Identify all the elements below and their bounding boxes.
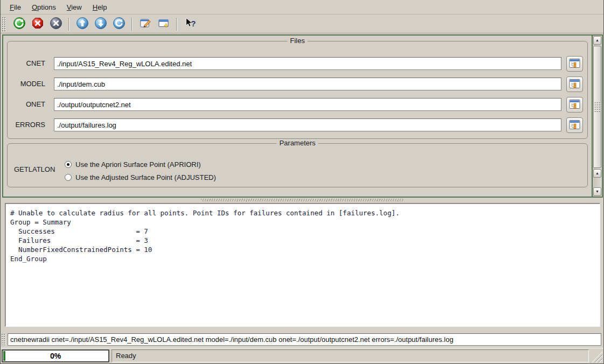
splitter-handle[interactable] xyxy=(201,199,404,201)
vertical-scrollbar[interactable]: ▲ ▲ ▼ xyxy=(592,36,602,197)
cnet-input[interactable] xyxy=(54,57,561,70)
file-browse-icon xyxy=(569,79,580,90)
model-label: MODEL xyxy=(11,77,45,91)
edit-log-button[interactable] xyxy=(138,17,152,31)
abort-icon xyxy=(50,17,63,31)
history-back-button[interactable] xyxy=(75,17,89,31)
toolbar-separator xyxy=(68,18,70,31)
stop-icon xyxy=(31,17,44,31)
file-browse-icon xyxy=(569,99,580,111)
toolbar-separator xyxy=(176,18,177,31)
errors-field-row: ERRORS xyxy=(8,118,587,133)
model-browse-button[interactable] xyxy=(566,76,583,92)
files-groupbox-title: Files xyxy=(287,37,307,45)
toolbar-drag-handle[interactable] xyxy=(2,17,6,31)
command-line-drag-handle[interactable] xyxy=(2,334,6,345)
run-button[interactable] xyxy=(12,17,26,31)
model-field-row: MODEL xyxy=(8,77,587,92)
errors-browse-button[interactable] xyxy=(566,117,583,133)
cnet-browse-button[interactable] xyxy=(566,56,583,72)
run-icon xyxy=(13,17,26,31)
whats-this-icon: ? xyxy=(184,17,197,31)
radio-label: Use the Apriori Surface Point (APRIORI) xyxy=(75,160,201,169)
progress-label: 0% xyxy=(3,351,108,361)
arrow-down-icon xyxy=(94,17,107,31)
file-browse-icon xyxy=(569,58,580,70)
radio-label: Use the Adjusted Surface Point (ADJUSTED… xyxy=(75,173,216,181)
parameters-groupbox: Parameters GETLATLON Use the Apriori Sur… xyxy=(7,143,588,187)
radio-button[interactable] xyxy=(65,174,72,181)
application-window: File Options View Help xyxy=(0,0,604,364)
triangle-down-icon: ▼ xyxy=(595,190,599,193)
new-window-button[interactable] xyxy=(157,17,170,31)
onet-field-row: ONET xyxy=(8,97,587,113)
parameters-groupbox-title: Parameters xyxy=(276,139,318,147)
status-bar: 0% Ready xyxy=(1,348,603,363)
status-text: Ready xyxy=(116,352,136,360)
stop-button[interactable] xyxy=(31,17,44,31)
menu-options[interactable]: Options xyxy=(26,1,61,13)
toolbar: ? xyxy=(1,15,603,33)
command-line-input[interactable] xyxy=(8,333,601,346)
arrow-up-icon xyxy=(76,17,89,31)
errors-label: ERRORS xyxy=(11,118,45,132)
getlatlon-option-adjusted[interactable]: Use the Adjusted Surface Point (ADJUSTED… xyxy=(65,172,216,182)
menu-bar: File Options View Help xyxy=(1,0,603,15)
resize-grip[interactable] xyxy=(592,352,602,362)
scrollbar-down-button[interactable]: ▼ xyxy=(593,187,601,196)
toolbar-separator xyxy=(131,18,133,31)
log-output-area[interactable]: # Unable to calculate radius for all poi… xyxy=(5,203,600,327)
whats-this-button[interactable]: ? xyxy=(183,17,197,31)
getlatlon-label: GETLATLON xyxy=(14,165,55,173)
history-forward-button[interactable] xyxy=(94,17,107,31)
files-groupbox: Files CNET MODEL xyxy=(7,41,588,139)
onet-label: ONET xyxy=(11,97,45,111)
radio-button[interactable] xyxy=(65,161,72,168)
onet-browse-button[interactable] xyxy=(566,97,583,113)
cnet-field-row: CNET xyxy=(8,57,587,72)
scrollbar-up-button[interactable]: ▲ xyxy=(593,36,601,45)
abort-button[interactable] xyxy=(49,17,63,31)
edit-icon xyxy=(139,17,152,31)
status-message: Ready xyxy=(112,349,589,362)
scrollbar-thumb-grip xyxy=(594,102,600,112)
triangle-up-icon: ▲ xyxy=(595,38,599,42)
triangle-up-icon: ▲ xyxy=(595,171,599,175)
reset-button[interactable] xyxy=(112,17,126,31)
model-input[interactable] xyxy=(54,78,561,90)
log-output-text: # Unable to calculate radius for all poi… xyxy=(10,208,600,263)
menu-view[interactable]: View xyxy=(61,1,87,13)
progress-bar: 0% xyxy=(2,349,109,362)
onet-input[interactable] xyxy=(54,98,561,111)
parameter-scroll-area: Files CNET MODEL xyxy=(2,34,603,198)
scrollbar-thumb[interactable] xyxy=(593,46,601,168)
menu-help[interactable]: Help xyxy=(87,1,113,13)
cnet-label: CNET xyxy=(11,57,45,71)
getlatlon-option-apriori[interactable]: Use the Apriori Surface Point (APRIORI) xyxy=(65,159,201,169)
new-window-icon xyxy=(157,17,170,31)
file-browse-icon xyxy=(569,120,580,131)
errors-input[interactable] xyxy=(54,118,561,131)
menu-file[interactable]: File xyxy=(4,1,26,13)
svg-text:?: ? xyxy=(191,19,196,28)
scrollbar-up-button-2[interactable]: ▲ xyxy=(593,169,601,178)
redo-icon xyxy=(113,17,126,31)
